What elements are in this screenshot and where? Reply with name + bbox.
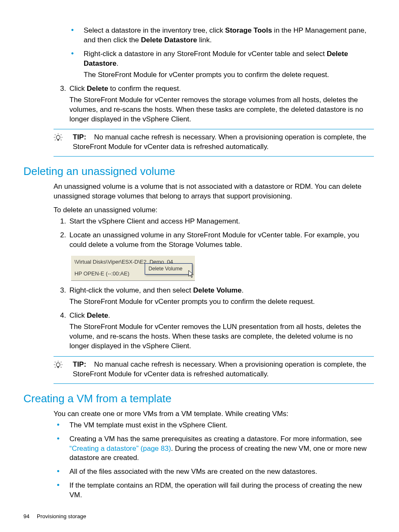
delete-volume-steps: 1. Start the vSphere Client and access H…	[23, 217, 374, 250]
strong-text: Delete Datastore	[141, 36, 197, 44]
tip-block: TIP: No manual cache refresh is necessar…	[54, 129, 374, 157]
body-text: Start the vSphere Client and access HP M…	[69, 217, 240, 225]
body-text: The StoreFront Module for vCenter remove…	[69, 322, 374, 351]
list-item: 3. Right-click the volume, and then sele…	[23, 286, 374, 307]
body-text: link.	[197, 36, 212, 44]
step-number: 1.	[54, 217, 66, 226]
tip-icon	[54, 360, 64, 379]
svg-line-18	[55, 367, 55, 367]
svg-point-0	[56, 136, 60, 139]
section-heading: Creating a VM from a template	[23, 391, 374, 406]
cursor-icon	[188, 270, 195, 281]
body-text: .	[242, 286, 244, 294]
step-number: 4.	[54, 311, 66, 321]
body-text: Locate an unassigned volume in any Store…	[69, 231, 359, 249]
svg-line-16	[55, 362, 55, 362]
section-heading: Deleting an unassigned volume	[23, 164, 374, 179]
svg-line-19	[61, 367, 61, 367]
tip-text: TIP: No manual cache refresh is necessar…	[73, 133, 374, 152]
list-item: Creating a VM has the same prerequisites…	[23, 434, 374, 463]
tip-text: TIP: No manual cache refresh is necessar…	[73, 360, 374, 379]
svg-line-17	[61, 362, 61, 362]
step-number: 3.	[54, 286, 66, 296]
list-item: 4. Click Delete. The StoreFront Module f…	[23, 311, 374, 351]
svg-line-7	[61, 135, 61, 135]
svg-point-10	[56, 362, 60, 366]
body-text: The VM template must exist in the vSpher…	[69, 421, 228, 429]
svg-line-6	[55, 135, 55, 135]
strong-text: Delete	[87, 85, 108, 93]
list-item: 1. Start the vSphere Client and access H…	[23, 217, 374, 226]
body-text: .	[116, 59, 118, 67]
body-text: The StoreFront Module for vCenter remove…	[69, 95, 374, 124]
body-text: You can create one or more VMs from a VM…	[54, 409, 374, 419]
vm-template-bullets: The VM template must exist in the vSpher…	[23, 421, 374, 501]
body-text: No manual cache refresh is necessary. Wh…	[73, 360, 366, 378]
step-number: 2.	[54, 231, 66, 240]
menu-item-delete-volume[interactable]: Delete Volume	[145, 265, 192, 273]
step-number: 3.	[54, 84, 66, 94]
body-text: to confirm the request.	[108, 85, 181, 93]
body-text: To delete an unassigned volume:	[54, 206, 374, 215]
body-text: Click	[69, 85, 87, 93]
strong-text: Delete	[87, 311, 108, 319]
body-text: .	[108, 311, 110, 319]
body-text: The StoreFront Module for vCenter prompt…	[69, 297, 374, 307]
list-item: 3. Click Delete to confirm the request. …	[23, 84, 374, 124]
chapter-title: Provisioning storage	[37, 513, 86, 519]
body-text: Click	[69, 311, 87, 319]
list-item: Right-click a datastore in any StoreFron…	[23, 49, 374, 80]
body-text: Right-click the volume, and then select	[69, 286, 193, 294]
body-text: If the template contains an RDM, the ope…	[69, 481, 362, 499]
document-page: Select a datastore in the inventory tree…	[0, 0, 399, 532]
list-item: Select a datastore in the inventory tree…	[23, 26, 374, 45]
body-text: Right-click a datastore in any StoreFron…	[84, 50, 327, 58]
body-text: Select a datastore in the inventory tree…	[84, 26, 225, 34]
page-footer: 94 Provisioning storage	[23, 513, 86, 520]
tip-icon	[54, 133, 64, 152]
list-item: All of the files associated with the new…	[23, 467, 374, 477]
strong-text: Delete Volume	[193, 286, 242, 294]
body-text: No manual cache refresh is necessary. Wh…	[73, 133, 366, 151]
top-step-list: 3. Click Delete to confirm the request. …	[23, 84, 374, 124]
list-item: 2. Locate an unassigned volume in any St…	[23, 231, 374, 250]
tip-label: TIP:	[73, 360, 86, 368]
delete-volume-steps-cont: 3. Right-click the volume, and then sele…	[23, 286, 374, 351]
tip-block: TIP: No manual cache refresh is necessar…	[54, 356, 374, 384]
screenshot-background: \Virtual Disks\Viper\ESX-D\E2_Demo_04 HP…	[71, 256, 195, 281]
tip-label: TIP:	[73, 133, 86, 141]
list-item: If the template contains an RDM, the ope…	[23, 481, 374, 500]
body-text: Creating a VM has the same prerequisites…	[69, 435, 362, 443]
list-item: The VM template must exist in the vSpher…	[23, 421, 374, 430]
cross-reference-link[interactable]: “Creating a datastore” (page 83)	[69, 445, 171, 452]
strong-text: Storage Tools	[225, 26, 272, 34]
page-number: 94	[23, 513, 29, 519]
context-menu-screenshot: \Virtual Disks\Viper\ESX-D\E2_Demo_04 HP…	[71, 256, 195, 281]
svg-line-9	[61, 140, 61, 140]
body-text: All of the files associated with the new…	[69, 468, 317, 475]
svg-line-8	[55, 140, 55, 140]
body-text: An unassigned volume is a volume that is…	[54, 182, 374, 201]
context-menu: Delete Volume	[145, 263, 192, 275]
body-text: The StoreFront Module for vCenter prompt…	[84, 70, 374, 80]
top-bullet-list: Select a datastore in the inventory tree…	[23, 26, 374, 80]
